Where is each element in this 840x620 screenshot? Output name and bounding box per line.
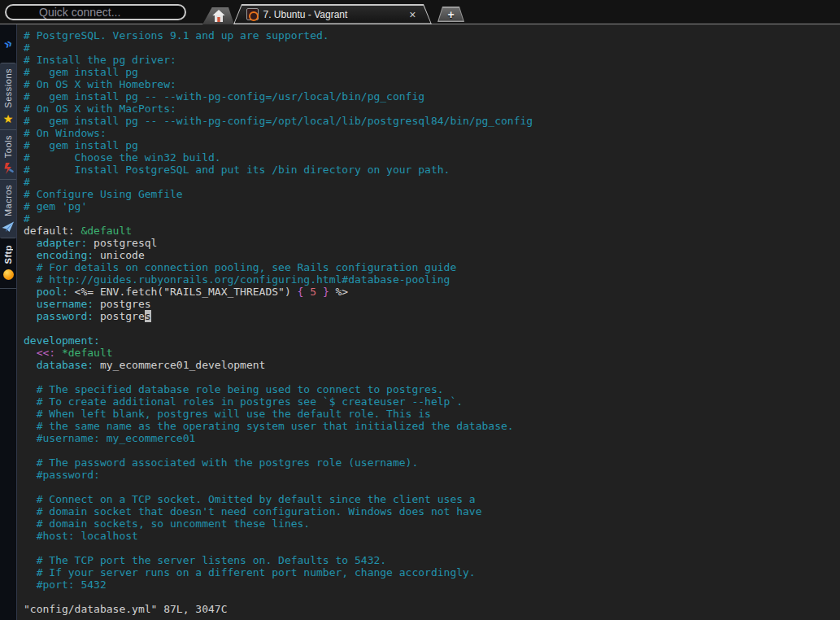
terminal-line: # For details on connection pooling, see… [24,261,840,273]
terminal-line: #password: [24,469,840,481]
terminal-line: # PostgreSQL. Versions 9.1 and up are su… [24,29,840,41]
macros-label: Macros [3,185,13,216]
terminal-line: # the same name as the operating system … [24,420,840,432]
terminal-line [24,371,840,383]
terminal-line: adapter: postgresql [24,237,840,249]
terminal-line: #host: localhost [24,530,840,542]
terminal-line: # domain sockets, so uncomment these lin… [24,517,840,530]
home-icon [212,10,225,22]
orange-ball-icon [3,268,14,281]
terminal-line: #username: my_ecommerce01 [24,432,840,444]
star-icon: ★ [3,112,14,125]
quick-connect-input[interactable] [5,4,186,20]
terminal-line [24,542,840,554]
terminal-line: # Install the pg driver: [24,54,840,66]
terminal-line: # Connect on a TCP socket. Omitted by de… [24,493,840,505]
terminal-line: # On OS X with MacPorts: [24,103,840,115]
terminal-line: # gem install pg -- --with-pg-config=/op… [24,115,840,127]
terminal-line: encoding: unicode [24,249,840,261]
terminal-line: username: postgres [24,298,840,310]
new-tab-button[interactable]: + [437,7,464,22]
terminal-line: # On OS X with Homebrew: [24,78,840,90]
terminal-line: # gem install pg [24,66,840,78]
terminal-line: # Configure Using Gemfile [24,188,840,200]
terminal-line: <<: *default [24,347,840,359]
terminal-line: # To create additional roles in postgres… [24,395,840,408]
terminal-line: # gem install pg -- --with-pg-config=/us… [24,90,840,103]
app-window: 7. Ubuntu - Vagrant × + » Sessions ★ Too… [0,0,840,620]
expand-sidebar-button[interactable]: » [0,24,16,63]
terminal-line [24,444,840,456]
active-session-tab[interactable]: 7. Ubuntu - Vagrant × [233,4,432,24]
terminal-line: # domain socket that doesn't need config… [24,505,840,517]
terminal-line: "config/database.yml" 87L, 3047C [24,603,840,615]
sidebar-tab-group: Sessions ★ Tools Macros [0,63,16,238]
terminal-line [24,481,840,493]
paper-plane-icon [2,220,15,234]
terminal-line [24,322,840,334]
terminal-line: # [24,176,840,188]
terminal-line: # [24,41,840,54]
sidebar-item-sftp[interactable]: Sftp [0,238,16,285]
terminal-line: # Choose the win32 build. [24,151,840,164]
terminal-line: # Install PostgreSQL and put its /bin di… [24,164,840,176]
terminal-line: development: [24,334,840,347]
terminal-body[interactable]: # PostgreSQL. Versions 9.1 and up are su… [17,24,840,620]
close-tab-icon[interactable]: × [407,9,417,20]
tools-icon [2,162,15,175]
terminal-line: # If your server runs on a different por… [24,566,840,579]
terminal-line: # The TCP port the server listens on. De… [24,554,840,566]
active-session-tab-face: 7. Ubuntu - Vagrant × [235,6,431,24]
terminal-line: database: my_ecommerce01_development [24,359,840,371]
terminal-line: # gem install pg [24,139,840,151]
left-sidebar: » Sessions ★ Tools Macros [0,24,17,620]
terminal-line: default: &default [24,225,840,237]
home-tab[interactable] [202,7,234,24]
terminal-line: # The specified database role being used… [24,383,840,395]
sidebar-item-sessions[interactable]: Sessions ★ [0,63,16,129]
plus-icon: + [439,8,464,21]
double-chevron-icon: » [2,36,15,51]
terminal-line [24,591,840,603]
terminal-line: pool: <%= ENV.fetch("RAILS_MAX_THREADS")… [24,286,840,298]
terminal-line: # [24,212,840,225]
sidebar-item-tools[interactable]: Tools [0,129,16,179]
terminal-line: password: postgres [24,310,840,322]
terminal-line: # gem 'pg' [24,200,840,212]
ubuntu-icon [246,8,259,20]
active-tab-label: 7. Ubuntu - Vagrant [263,9,408,20]
sftp-label: Sftp [3,245,13,264]
tools-label: Tools [3,135,13,158]
sidebar-divider [0,288,16,289]
top-tab-bar: 7. Ubuntu - Vagrant × + [0,0,840,24]
terminal-line: # On Windows: [24,127,840,139]
terminal-line: #port: 5432 [24,579,840,591]
terminal-line: # http://guides.rubyonrails.org/configur… [24,273,840,286]
terminal-line: # When left blank, postgres will use the… [24,408,840,420]
sessions-label: Sessions [3,68,13,108]
terminal-line: # The password associated with the postg… [24,456,840,469]
sidebar-item-macros[interactable]: Macros [0,179,16,238]
